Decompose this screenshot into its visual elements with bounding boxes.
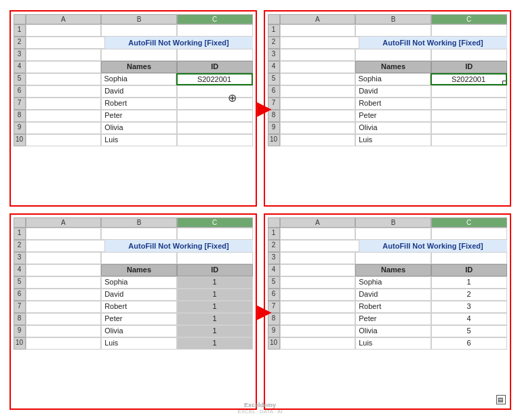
col-b-4: B xyxy=(355,217,431,228)
row-10-4: 10 Luis 6 xyxy=(268,337,507,350)
corner-cell-4 xyxy=(268,217,280,228)
row-7-2: 7 Robert xyxy=(268,98,507,110)
main-container: A B C 1 2 AutoFill Not Working [Fixed] 3 xyxy=(3,3,518,417)
col-header-row-1: A B C xyxy=(14,14,253,24)
row-5-4: 5 Sophia 1 xyxy=(268,276,507,289)
spreadsheet-2: A B C 1 2 AutoFill Not Working [Fixed] 3 xyxy=(268,14,507,203)
row-10-2: 10 Luis xyxy=(268,134,507,146)
col-a-4: A xyxy=(280,217,356,228)
title-cell-4: AutoFill Not Working [Fixed] xyxy=(359,240,507,252)
corner-cell-2 xyxy=(268,14,280,24)
title-cell-2: AutoFill Not Working [Fixed] xyxy=(359,37,507,49)
row-8-2: 8 Peter xyxy=(268,110,507,122)
col-b-1: B xyxy=(101,14,177,24)
row-7-4: 7 Robert 3 xyxy=(268,301,507,313)
row-4-4: 4 Names ID xyxy=(268,264,507,276)
corner-cell-3 xyxy=(14,217,26,228)
row-4-2: 4 Names ID xyxy=(268,61,507,73)
row-2-3: 2 AutoFill Not Working [Fixed] xyxy=(14,240,253,252)
spreadsheet-4: A B C 1 2 AutoFill Not Working [Fixed] 3 xyxy=(268,217,507,406)
corner-cell-1 xyxy=(14,14,26,24)
col-c-2: C xyxy=(431,14,507,24)
row-3-1: 3 xyxy=(14,49,253,61)
col-b-3: B xyxy=(101,217,177,228)
arrow-right-bottom: ▶ xyxy=(257,301,271,322)
quadrant-3: A B C 1 2 AutoFill Not Working [Fixed] 3 xyxy=(9,213,257,410)
row-9-1: 9 Olivia xyxy=(14,122,253,134)
row-5-2: 5 Sophia S2022001 + xyxy=(268,73,507,85)
row-1-4: 1 xyxy=(268,228,507,240)
col-header-row-2: A B C xyxy=(268,14,507,24)
row-6-1: 6 David xyxy=(14,85,253,98)
spreadsheet-3: A B C 1 2 AutoFill Not Working [Fixed] 3 xyxy=(14,217,253,406)
row-6-2: 6 David xyxy=(268,85,507,98)
title-cell-3: AutoFill Not Working [Fixed] xyxy=(105,240,253,252)
row-6-3: 6 David 1 xyxy=(14,289,253,301)
row-3-3: 3 xyxy=(14,252,253,264)
col-b-2: B xyxy=(355,14,431,24)
row-8-1: 8 Peter xyxy=(14,110,253,122)
row-1-3: 1 xyxy=(14,228,253,240)
col-a-2: A xyxy=(280,14,356,24)
col-c-1: C xyxy=(177,14,253,24)
col-header-row-3: A B C xyxy=(14,217,253,228)
row-2-1: 2 AutoFill Not Working [Fixed] xyxy=(14,37,253,49)
row-10-3: 10 Luis 1 xyxy=(14,337,253,350)
row-5-1: 5 Sophia S2022001 xyxy=(14,73,253,85)
row-9-4: 9 Olivia 5 xyxy=(268,325,507,337)
row-7-1: 7 Robert xyxy=(14,98,253,110)
autofill-options-icon: ▤ xyxy=(496,395,506,404)
row-9-2: 9 Olivia xyxy=(268,122,507,134)
row-7-3: 7 Robert 1 xyxy=(14,301,253,313)
quadrant-4: A B C 1 2 AutoFill Not Working [Fixed] 3 xyxy=(264,213,511,410)
quadrant-2: A B C 1 2 AutoFill Not Working [Fixed] 3 xyxy=(264,10,511,207)
row-6-4: 6 David 2 xyxy=(268,289,507,301)
row-1-1: 1 xyxy=(14,24,253,37)
arrow-right-top: ▶ xyxy=(257,98,271,119)
row-8-3: 8 Peter 1 xyxy=(14,313,253,325)
row-4-1: 4 Names ID xyxy=(14,61,253,73)
col-header-row-4: A B C xyxy=(268,217,507,228)
row-1-2: 1 xyxy=(268,24,507,37)
plus-cursor-icon: + xyxy=(502,81,507,85)
title-cell-1: AutoFill Not Working [Fixed] xyxy=(105,37,253,49)
col-a-1: A xyxy=(26,14,102,24)
col-c-4: C xyxy=(431,217,507,228)
spreadsheet-1: A B C 1 2 AutoFill Not Working [Fixed] 3 xyxy=(14,14,253,203)
row-5-3: 5 Sophia 1 xyxy=(14,276,253,289)
row-3-2: 3 xyxy=(268,49,507,61)
row-3-4: 3 xyxy=(268,252,507,264)
row-10-1: 10 Luis xyxy=(14,134,253,146)
quadrant-1: A B C 1 2 AutoFill Not Working [Fixed] 3 xyxy=(9,10,257,207)
row-2-4: 2 AutoFill Not Working [Fixed] xyxy=(268,240,507,252)
row-4-3: 4 Names ID xyxy=(14,264,253,276)
row-9-3: 9 Olivia 1 xyxy=(14,325,253,337)
row-8-4: 8 Peter 4 xyxy=(268,313,507,325)
row-2-2: 2 AutoFill Not Working [Fixed] xyxy=(268,37,507,49)
col-a-3: A xyxy=(26,217,102,228)
col-c-3: C xyxy=(177,217,253,228)
